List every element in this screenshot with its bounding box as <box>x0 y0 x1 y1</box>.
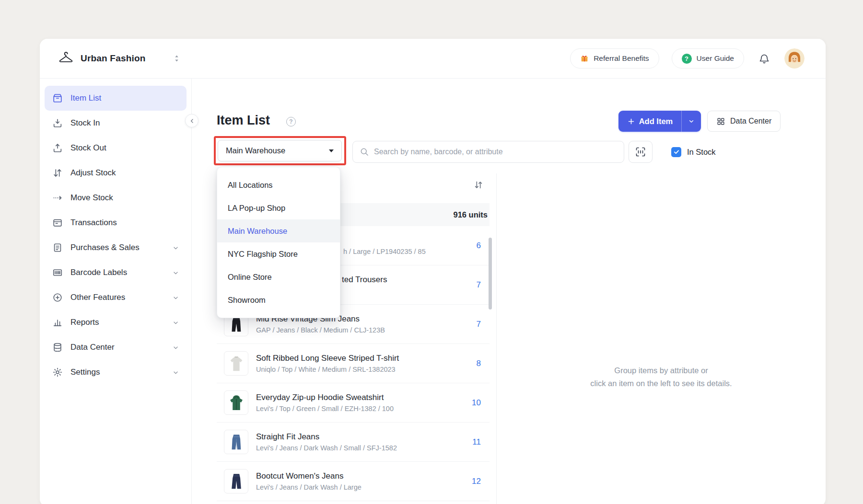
sort-order-icon[interactable] <box>472 179 485 191</box>
add-item-dropdown-button[interactable] <box>682 111 701 132</box>
chevron-down-icon <box>172 368 180 377</box>
item-name: Soft Ribbed Long Sleeve Striped T-shirt <box>256 354 399 363</box>
plus-circle-icon <box>52 292 63 303</box>
total-units: 916 units <box>453 210 488 219</box>
item-quantity: 7 <box>472 320 481 329</box>
app-window: Urban Fashion Referral Benefits ? <box>40 39 826 504</box>
item-attributes: Levi's / Top / Green / Small / EZH-1382 … <box>256 405 394 413</box>
stock-out-icon <box>52 143 63 153</box>
sidebar-item-transactions[interactable]: Transactions <box>45 210 187 235</box>
sidebar-item-label: Stock Out <box>70 143 106 153</box>
header-actions: Referral Benefits ? User Guide <box>570 39 805 78</box>
sidebar-item-settings[interactable]: Settings <box>45 360 187 385</box>
gift-icon <box>580 54 589 63</box>
item-quantity: 11 <box>467 437 481 447</box>
user-guide-label: User Guide <box>697 54 734 63</box>
referral-benefits-button[interactable]: Referral Benefits <box>570 48 659 69</box>
sidebar-item-other-features[interactable]: Other Features <box>45 285 187 310</box>
add-item-label: Add Item <box>639 117 673 126</box>
sidebar-item-label: Settings <box>70 367 100 377</box>
plus-icon <box>627 117 635 126</box>
item-row[interactable]: Straight Fit Jeans Levi's / Jeans / Dark… <box>217 423 490 462</box>
document-icon <box>52 242 63 253</box>
item-attributes: Levi's / Jeans / Dark Wash / Large <box>256 483 362 492</box>
location-select-value: Main Warehouse <box>226 146 285 155</box>
item-name: Bootcut Women's Jeans <box>256 471 362 481</box>
help-circle-icon[interactable]: ? <box>286 117 296 126</box>
barcode-scan-button[interactable] <box>629 141 653 163</box>
chevron-down-icon <box>172 294 180 302</box>
chevron-down-icon <box>172 319 180 327</box>
sidebar-item-stock-out[interactable]: Stock Out <box>45 136 187 160</box>
list-scrollbar-thumb[interactable] <box>489 238 492 309</box>
menu-option-online-store[interactable]: Online Store <box>217 265 340 288</box>
sidebar-item-label: Item List <box>70 93 101 103</box>
item-row[interactable]: Everyday Zip-up Hoodie Sweatshirt Levi's… <box>217 383 490 423</box>
menu-option-showroom[interactable]: Showroom <box>217 288 340 311</box>
notifications-bell-icon[interactable] <box>758 53 770 64</box>
search-input[interactable] <box>374 148 617 156</box>
item-row[interactable]: Soft Ribbed Long Sleeve Striped T-shirt … <box>217 344 490 383</box>
gear-icon <box>52 367 63 378</box>
sidebar-item-label: Other Features <box>70 293 125 302</box>
sidebar-item-move-stock[interactable]: Move Stock <box>45 185 187 210</box>
sidebar-item-label: Reports <box>70 318 99 327</box>
page-title: Item List <box>217 113 270 128</box>
sidebar: Item List Stock In Stock Out Adjust Stoc… <box>40 79 192 504</box>
detail-panel: Group items by attribute or click an ite… <box>496 173 826 504</box>
dashed-arrow-right-icon <box>52 193 63 203</box>
add-item-button[interactable]: Add Item <box>618 111 682 132</box>
item-row[interactable]: Bootcut Women's Jeans Levi's / Jeans / D… <box>217 462 490 501</box>
user-avatar[interactable] <box>784 48 805 69</box>
menu-option-nyc-flagship-store[interactable]: NYC Flagship Store <box>217 242 340 265</box>
menu-option-all-locations[interactable]: All Locations <box>217 173 340 196</box>
sidebar-item-stock-in[interactable]: Stock In <box>45 111 187 136</box>
sidebar-item-label: Transactions <box>70 218 117 228</box>
item-thumbnail-blue-jeans <box>224 430 248 454</box>
detail-empty-message: Group items by attribute or click an ite… <box>497 364 826 390</box>
sidebar-item-barcode-labels[interactable]: Barcode Labels <box>45 260 187 285</box>
caret-down-icon <box>329 149 334 152</box>
item-quantity: 10 <box>467 398 481 408</box>
referral-benefits-label: Referral Benefits <box>594 54 649 63</box>
box-icon <box>52 93 63 103</box>
sidebar-item-label: Purchases & Sales <box>70 243 140 252</box>
brand: Urban Fashion <box>58 39 180 78</box>
item-name: Everyday Zip-up Hoodie Sweatshirt <box>256 393 394 402</box>
item-attributes: Uniqlo / Top / White / Medium / SRL-1382… <box>256 366 399 374</box>
add-item-split-button: Add Item <box>618 111 701 132</box>
workspace-switcher-icon[interactable] <box>174 53 180 64</box>
item-thumbnail-gray-sweater <box>224 351 248 376</box>
sidebar-item-item-list[interactable]: Item List <box>45 86 187 111</box>
chevron-down-icon <box>172 344 180 352</box>
item-quantity: 6 <box>472 241 481 251</box>
in-stock-checkbox[interactable] <box>671 147 681 157</box>
search-box <box>352 141 624 163</box>
sidebar-collapse-button[interactable] <box>185 114 198 127</box>
sidebar-item-purchases-sales[interactable]: Purchases & Sales <box>45 235 187 260</box>
location-dropdown-menu: All Locations LA Pop-up Shop Main Wareho… <box>217 167 340 318</box>
hanger-logo-icon <box>58 51 74 67</box>
question-circle-icon: ? <box>682 54 692 64</box>
bar-chart-icon <box>52 317 63 328</box>
item-quantity: 7 <box>472 280 481 290</box>
item-quantity: 8 <box>472 359 481 368</box>
sidebar-item-label: Adjust Stock <box>70 168 116 178</box>
data-center-button[interactable]: Data Center <box>707 111 781 132</box>
item-thumbnail-dark-jeans <box>224 469 248 493</box>
menu-option-la-pop-up-shop[interactable]: LA Pop-up Shop <box>217 196 340 219</box>
sidebar-item-data-center[interactable]: Data Center <box>45 335 187 360</box>
database-icon <box>52 342 63 353</box>
in-stock-filter: In Stock <box>671 141 716 163</box>
grid-icon <box>716 117 725 126</box>
sidebar-item-reports[interactable]: Reports <box>45 310 187 335</box>
location-select[interactable]: Main Warehouse <box>218 140 342 161</box>
item-quantity: 12 <box>467 477 481 486</box>
item-attributes: GAP / Jeans / Black / Medium / CLJ-123B <box>256 326 385 334</box>
arrows-up-down-icon <box>52 168 63 178</box>
user-guide-button[interactable]: ? User Guide <box>672 48 744 69</box>
sidebar-item-adjust-stock[interactable]: Adjust Stock <box>45 160 187 185</box>
item-thumbnail-green-hoodie <box>224 390 248 415</box>
item-name: Straight Fit Jeans <box>256 432 397 442</box>
menu-option-main-warehouse[interactable]: Main Warehouse <box>217 219 340 242</box>
